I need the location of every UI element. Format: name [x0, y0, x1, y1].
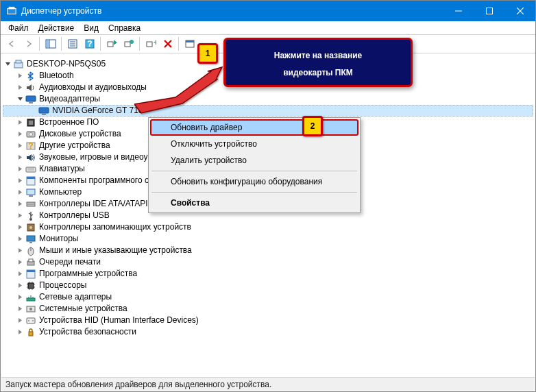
svg-rect-19 — [147, 42, 152, 47]
printer-icon — [25, 257, 36, 268]
uninstall-button[interactable] — [160, 36, 175, 52]
collapse-icon[interactable] — [3, 59, 13, 69]
update-driver-button[interactable] — [121, 36, 136, 52]
window-icon — [6, 5, 17, 16]
tree-item-label: Клавиатуры — [39, 163, 85, 175]
expand-icon[interactable] — [15, 245, 25, 256]
expand-icon[interactable] — [15, 187, 25, 197]
scan-hardware-button[interactable] — [103, 36, 119, 52]
help-button[interactable]: ? — [82, 36, 97, 52]
minimize-button[interactable] — [443, 1, 474, 21]
device-tree[interactable]: DESKTOP-NP5QS05BluetoothАудиовходы и ауд… — [1, 54, 535, 376]
tree-category-20[interactable]: Устройства HID (Human Interface Devices) — [3, 315, 533, 326]
svg-point-77 — [32, 320, 34, 321]
show-hidden-button[interactable] — [182, 36, 197, 52]
usb-icon — [25, 210, 36, 221]
security-icon — [25, 327, 36, 338]
expand-icon[interactable] — [15, 292, 25, 302]
svg-rect-16 — [108, 42, 113, 47]
maximize-button[interactable] — [474, 1, 504, 21]
tree-category-18[interactable]: Сетевые адаптеры — [3, 291, 533, 303]
ctx-item-1[interactable]: Отключить устройство — [150, 136, 358, 152]
collapse-icon[interactable] — [15, 94, 25, 104]
display-icon — [25, 94, 36, 105]
expand-icon[interactable] — [15, 82, 25, 93]
tree-category-15[interactable]: Очереди печати — [3, 256, 533, 268]
svg-rect-53 — [29, 242, 32, 243]
menu-help[interactable]: Справка — [103, 22, 145, 34]
tree-item-label: Встроенное ПО — [39, 117, 99, 128]
expand-icon[interactable] — [15, 269, 25, 279]
expand-icon[interactable] — [15, 199, 25, 209]
expand-icon[interactable] — [15, 117, 25, 127]
callout-text: Нажмите на название видеокарты ПКМ — [274, 51, 362, 77]
callout-annotation: Нажмите на название видеокарты ПКМ — [223, 38, 413, 87]
tree-item-label: Аудиовходы и аудиовыходы — [39, 82, 147, 93]
expand-icon[interactable] — [15, 152, 25, 162]
forward-button[interactable] — [21, 36, 36, 52]
ctx-item-4[interactable]: Обновить конфигурацию оборудования — [150, 173, 358, 190]
tree-item-label: Контроллеры запоминающих устройств — [39, 221, 191, 233]
tree-category-17[interactable]: Процессоры — [3, 280, 533, 291]
svg-rect-69 — [27, 298, 35, 301]
show-hide-pane-button[interactable] — [42, 36, 58, 52]
expand-icon[interactable] — [15, 327, 25, 337]
expand-icon[interactable] — [15, 71, 25, 81]
add-legacy-button[interactable]: + — [143, 36, 158, 52]
menu-action[interactable]: Действие — [34, 22, 80, 34]
bluetooth-icon — [25, 71, 36, 82]
menubar: Файл Действие Вид Справка — [1, 21, 535, 35]
expand-icon[interactable] — [15, 164, 25, 174]
ctx-item-2[interactable]: Удалить устройство — [150, 152, 358, 169]
svg-point-18 — [130, 40, 134, 44]
svg-rect-57 — [29, 259, 33, 262]
expand-icon[interactable] — [15, 304, 25, 314]
svg-text:+: + — [154, 39, 156, 47]
tree-category-12[interactable]: Контроллеры запоминающих устройств — [3, 221, 533, 233]
expand-icon[interactable] — [15, 234, 25, 244]
svg-rect-2 — [9, 7, 15, 10]
menu-file[interactable]: Файл — [3, 22, 34, 34]
tree-item-label: Контроллеры USB — [39, 210, 110, 221]
software-icon — [25, 269, 36, 280]
menu-separator — [151, 192, 357, 193]
back-button[interactable] — [3, 36, 19, 52]
tree-category-21[interactable]: Устройства безопасности — [3, 326, 533, 338]
ctx-item-6[interactable]: Свойства — [150, 195, 358, 211]
tree-category-13[interactable]: Мониторы — [3, 233, 533, 245]
tree-device-2-0[interactable]: NVIDIA GeForce GT 710 — [3, 105, 533, 117]
tree-item-label: Контроллеры IDE ATA/ATAPI — [39, 198, 148, 210]
tree-item-label: NVIDIA GeForce GT 710 — [52, 105, 143, 117]
svg-point-51 — [29, 226, 32, 229]
tree-item-label: Программные устройства — [39, 268, 137, 280]
expand-icon[interactable] — [15, 315, 25, 326]
tree-category-14[interactable]: Мыши и иные указывающие устройства — [3, 245, 533, 256]
expand-icon[interactable] — [15, 140, 25, 151]
window-title: Диспетчер устройств — [21, 6, 443, 16]
svg-rect-43 — [27, 177, 35, 179]
tree-item-label: Видеоадаптеры — [39, 93, 100, 105]
tree-item-label: Компьютер — [39, 186, 82, 198]
expand-icon[interactable] — [15, 257, 25, 267]
tree-item-label: Другие устройства — [39, 140, 110, 151]
tree-item-label: Очереди печати — [39, 256, 101, 268]
expand-icon[interactable] — [15, 280, 25, 291]
audio-icon — [25, 82, 36, 93]
expand-icon[interactable] — [15, 222, 25, 232]
ctx-item-0[interactable]: Обновить драйвер — [150, 119, 358, 136]
tree-category-2[interactable]: Видеоадаптеры — [3, 93, 533, 105]
tree-category-16[interactable]: Программные устройства — [3, 268, 533, 280]
tree-category-19[interactable]: Системные устройства — [3, 303, 533, 315]
badge-two: 2 — [302, 116, 323, 136]
expand-icon[interactable] — [15, 210, 25, 221]
system-icon — [25, 304, 36, 315]
expand-icon[interactable] — [15, 129, 25, 139]
expand-icon[interactable] — [15, 175, 25, 186]
titlebar: Диспетчер устройств — [1, 1, 535, 21]
svg-rect-4 — [486, 8, 492, 14]
close-button[interactable] — [504, 1, 535, 21]
tree-item-label: Bluetooth — [39, 70, 74, 82]
menu-view[interactable]: Вид — [79, 22, 103, 34]
svg-rect-52 — [27, 236, 35, 241]
properties-button[interactable] — [64, 36, 80, 52]
